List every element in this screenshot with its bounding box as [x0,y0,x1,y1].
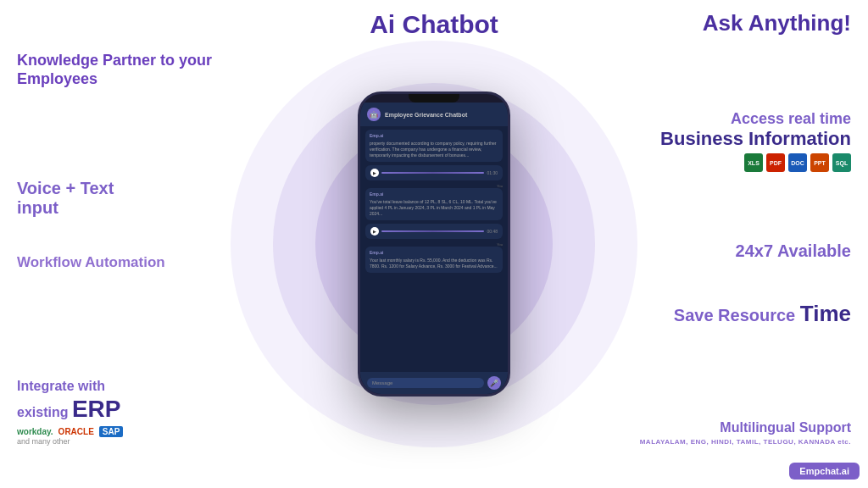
knowledge-partner-label: Knowledge Partner to your Employees [17,51,212,88]
sql-icon: SQL [832,153,851,172]
multilingual-label: Multilingual Support MALAYALAM, ENG, HIN… [640,420,851,446]
pdf-icon: PDF [766,153,785,172]
file-icons-row: XLS PDF DOC PPT SQL [660,153,851,172]
chat-bot-icon: 🤖 [367,108,381,121]
chat-bubble-1: Emp.ai property documented according to … [365,130,503,162]
phone-mockup: 🤖 Employee Grievance Chatbot Emp.ai prop… [358,92,510,396]
play-button-2[interactable]: ▶ [370,227,379,236]
sap-logo: SAP [99,426,124,437]
doc-icon: DOC [788,153,807,172]
center-title: Ai Chatbot [370,10,498,39]
audio-wave-2 [381,230,484,232]
message-input[interactable]: Message [367,378,484,388]
voice-text-label: Voice + Text input [17,178,114,218]
audio-bubble-user-2: ▶ 00:48 [365,224,503,239]
integrate-label: Integrate with existing ERP workday. ORA… [17,379,123,446]
workflow-automation-label: Workflow Automation [17,254,165,271]
chat-header: 🤖 Employee Grievance Chatbot [360,103,508,126]
chat-content: Emp.ai property documented according to … [360,126,508,367]
chat-header-title: Employee Grievance Chatbot [385,112,467,118]
xls-icon: XLS [744,153,763,172]
access-label: Access real time Business Information XL… [660,110,851,172]
logos-row: workday. ORACLE SAP [17,426,123,437]
save-resource-label: Save Resource Time [674,301,851,327]
play-button[interactable]: ▶ [370,169,379,177]
audio-wave [381,172,484,174]
chat-footer: Message 🎤 [360,372,508,394]
chat-bubble-2: Emp.ai You've total leave balance of 12 … [365,188,503,220]
chat-bubble-3: Emp.ai Your last monthly salary is Rs. 5… [365,247,503,273]
availability-label: 24x7 Available [736,241,851,261]
workday-logo: workday. [17,427,53,436]
and-many-other-text: and many other [17,437,123,446]
ask-anything-label: Ask Anything! [703,10,851,36]
ppt-icon: PPT [810,153,829,172]
phone-notch [409,94,459,103]
mic-button[interactable]: 🎤 [487,376,501,390]
phone-screen: 🤖 Employee Grievance Chatbot Emp.ai prop… [360,103,508,394]
oracle-logo: ORACLE [58,427,94,436]
empchat-badge[interactable]: Empchat.ai [789,463,860,480]
audio-bubble-user-1: ▶ 01:30 [365,165,503,180]
